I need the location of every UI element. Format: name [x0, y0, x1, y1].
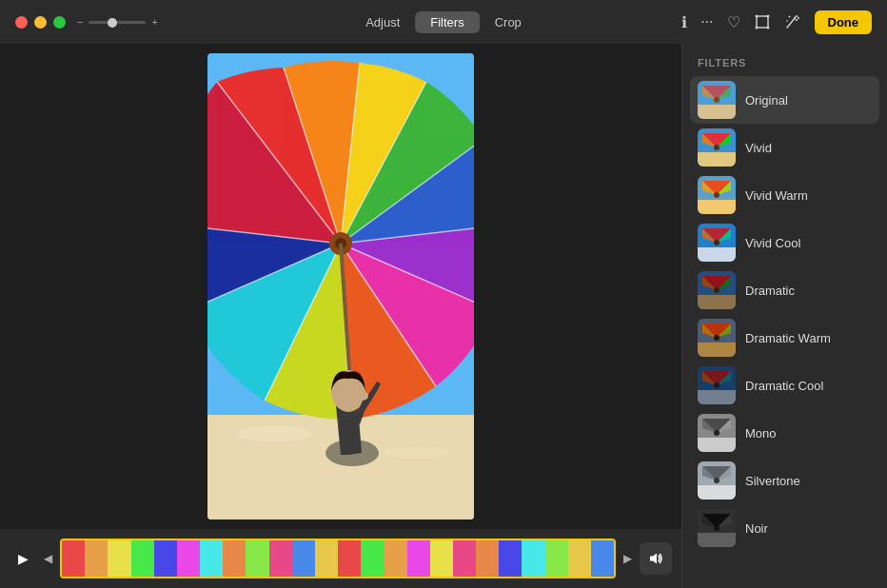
filter-item-dramatic-warm[interactable]: Dramatic Warm: [690, 314, 879, 362]
filter-item-dramatic-cool[interactable]: Dramatic Cool: [690, 362, 879, 409]
volume-button[interactable]: [640, 542, 672, 575]
svg-point-60: [714, 525, 719, 531]
svg-point-50: [714, 382, 719, 388]
timeline-frame: [545, 540, 568, 577]
zoom-control: − +: [77, 16, 158, 28]
maximize-button[interactable]: [53, 16, 66, 29]
filters-panel: FILTERS Original: [681, 44, 887, 588]
svg-point-35: [714, 192, 719, 198]
timeline-frame: [269, 540, 292, 577]
filters-button[interactable]: Filters: [415, 11, 479, 33]
timeline-frame: [131, 540, 154, 577]
timeline-frame: [384, 540, 406, 577]
svg-point-3: [755, 27, 758, 29]
timeline-frame: [154, 540, 177, 577]
svg-point-32: [714, 145, 719, 150]
svg-point-29: [714, 97, 719, 103]
filter-name-vivid: Vivid: [745, 141, 772, 155]
timeline-frame: [62, 540, 85, 577]
timeline-frames: [62, 540, 614, 577]
done-button[interactable]: Done: [815, 10, 873, 34]
filters-section-title: FILTERS: [682, 44, 887, 76]
play-button[interactable]: ▶: [10, 545, 36, 572]
zoom-slider[interactable]: [89, 21, 146, 24]
filter-name-vivid-warm: Vivid Warm: [745, 188, 808, 203]
svg-point-46: [714, 335, 719, 341]
filter-item-noir[interactable]: Noir: [690, 504, 879, 552]
filter-thumbnail-dramatic-warm: [698, 319, 736, 357]
filter-thumbnail-original: [698, 81, 736, 119]
photo-display: [207, 53, 474, 519]
timeline-frame: [522, 540, 544, 577]
filter-item-vivid-warm[interactable]: Vivid Warm: [690, 171, 879, 219]
filter-item-original[interactable]: Original: [690, 76, 879, 124]
svg-point-2: [766, 15, 769, 18]
traffic-lights: [15, 16, 66, 29]
zoom-plus-icon[interactable]: +: [151, 16, 157, 28]
magic-icon[interactable]: [784, 13, 801, 30]
video-area: ▶ ◀: [0, 44, 681, 588]
filter-thumbnail-dramatic: [698, 271, 736, 309]
filter-item-silvertone[interactable]: Silvertone: [690, 457, 879, 504]
info-icon[interactable]: ℹ: [681, 13, 687, 31]
timeline-track[interactable]: [60, 539, 616, 578]
filter-name-mono: Mono: [745, 426, 777, 441]
filter-thumbnail-dramatic-cool: [698, 366, 736, 404]
filter-item-vivid-cool[interactable]: Vivid Cool: [690, 219, 879, 266]
video-frame: [0, 44, 681, 529]
timeline-frame: [591, 540, 614, 577]
timeline-frame: [292, 540, 315, 577]
timeline-frame: [200, 540, 223, 577]
crop-button[interactable]: Crop: [480, 11, 537, 33]
title-bar: − + Adjust Filters Crop ℹ ··· ♡: [0, 0, 887, 44]
svg-point-56: [714, 478, 719, 483]
adjust-button[interactable]: Adjust: [350, 11, 415, 33]
filter-item-vivid[interactable]: Vivid: [690, 124, 879, 171]
svg-point-26: [384, 447, 450, 459]
timeline-frame: [108, 540, 130, 577]
share-icon[interactable]: ···: [700, 13, 713, 30]
timeline-bar: ▶ ◀: [0, 529, 681, 588]
timeline-frame: [361, 540, 384, 577]
zoom-minus-icon[interactable]: −: [77, 16, 83, 28]
filter-name-silvertone: Silvertone: [745, 474, 800, 488]
svg-rect-37: [698, 247, 736, 262]
svg-point-4: [766, 27, 769, 29]
timeline-frame: [177, 540, 200, 577]
svg-rect-52: [698, 438, 736, 452]
filter-name-dramatic-warm: Dramatic Warm: [745, 331, 831, 345]
filter-thumbnail-mono: [698, 414, 736, 452]
timeline-left-arrow[interactable]: ◀: [44, 552, 52, 565]
filter-name-dramatic-cool: Dramatic Cool: [745, 379, 823, 393]
timeline-frame: [338, 540, 361, 577]
minimize-button[interactable]: [34, 16, 47, 29]
svg-point-25: [236, 426, 312, 441]
timeline-right-arrow[interactable]: ▶: [623, 552, 632, 565]
timeline-frame: [430, 540, 453, 577]
svg-rect-34: [698, 200, 736, 214]
filter-name-noir: Noir: [745, 521, 768, 536]
toolbar-right: ℹ ··· ♡ Done: [681, 10, 872, 34]
svg-point-53: [714, 430, 719, 436]
svg-point-42: [714, 287, 719, 293]
timeline-frame: [499, 540, 522, 577]
filter-thumbnail-silvertone: [698, 461, 736, 500]
filters-list: Original Vivid: [682, 76, 887, 588]
timeline-frame: [85, 540, 108, 577]
toolbar-center: Adjust Filters Crop: [350, 11, 537, 33]
svg-point-1: [755, 15, 758, 18]
timeline-frame: [223, 540, 246, 577]
filter-item-dramatic[interactable]: Dramatic: [690, 266, 879, 314]
timeline-frame: [407, 540, 430, 577]
filter-name-dramatic: Dramatic: [745, 284, 795, 298]
close-button[interactable]: [15, 16, 28, 29]
filter-item-mono[interactable]: Mono: [690, 409, 879, 457]
timeline-frame: [246, 540, 268, 577]
filter-thumbnail-vivid-warm: [698, 176, 736, 214]
heart-icon[interactable]: ♡: [727, 13, 740, 31]
svg-point-24: [357, 391, 368, 401]
svg-rect-55: [698, 485, 736, 500]
crop-icon[interactable]: [754, 13, 771, 30]
timeline-frame: [476, 540, 499, 577]
timeline-frame: [453, 540, 476, 577]
